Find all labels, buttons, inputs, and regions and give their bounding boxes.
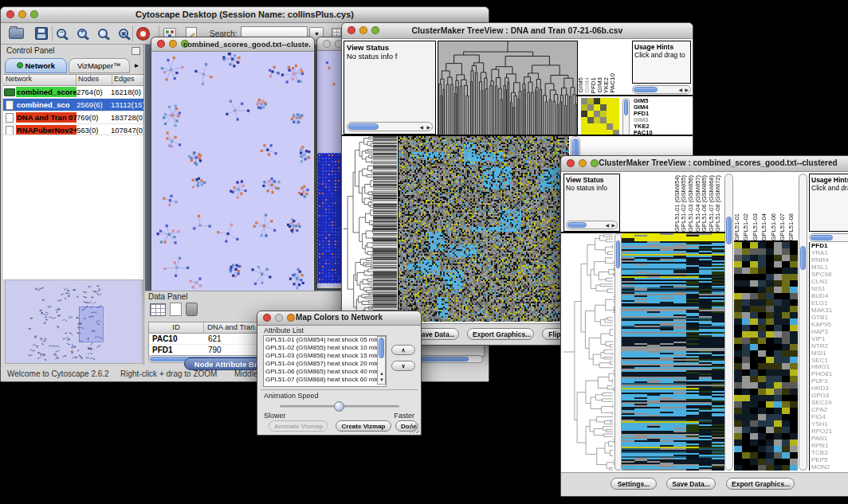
scroll-right-icon[interactable]: ▶ <box>685 87 689 93</box>
scrollbar-thumb[interactable] <box>348 123 379 130</box>
column-dendrogram-canvas[interactable] <box>438 41 578 136</box>
attribute-list[interactable]: GPL51-01 (GSM854) heat shock 05 minGPL51… <box>263 335 387 387</box>
network-overview-canvas[interactable] <box>5 279 143 364</box>
attribute-list-item[interactable]: GPL51-03 (GSM856) heat shock 15 min <box>264 352 386 360</box>
control-panel: Control Panel Network VizMapper™ ► Netwo… <box>3 45 144 365</box>
header-nodes[interactable]: Nodes <box>77 75 112 85</box>
network-row[interactable]: DNA and Tran 07769(0)183728(0) <box>3 111 143 124</box>
network-row[interactable]: combined_sco2569(6)13112(15) <box>3 99 143 111</box>
move-down-button[interactable]: ∨ <box>391 361 415 371</box>
vscrollbar[interactable] <box>622 98 630 136</box>
save-data-button[interactable]: Save Data... <box>666 478 716 490</box>
global-heatmap-canvas[interactable] <box>622 233 724 471</box>
zoom-selected-icon[interactable] <box>98 29 108 38</box>
scroll-up-icon[interactable]: ▲ <box>379 370 384 377</box>
attribute-list-item[interactable]: GPL51-01 (GSM854) heat shock 05 min <box>264 336 386 344</box>
attribute-list-item[interactable]: GPL51-06 (GSM865) heat shock 40 min <box>264 368 386 376</box>
help-icon[interactable] <box>137 28 149 40</box>
scroll-left-icon[interactable]: ◀ <box>419 124 423 131</box>
gene-name-list[interactable]: PFD1YRA1RNR4MSL1SPC98CLN1NIS1BUD4ELG1MAK… <box>809 242 848 471</box>
scrollbar-thumb[interactable] <box>616 240 620 268</box>
vscrollbar[interactable] <box>724 174 733 471</box>
zoom-in-icon[interactable]: + <box>77 29 87 38</box>
row-strip-canvas[interactable] <box>373 136 397 322</box>
attribute-list-item[interactable]: GPL51-02 (GSM855) heat shock 10 min <box>264 344 386 352</box>
network-row[interactable]: combined_scores2764(0)16218(0) <box>3 86 143 99</box>
vscrollbar[interactable]: ▲ ▼ <box>377 336 386 385</box>
scrollbar-thumb[interactable] <box>567 222 587 228</box>
column-label: GPL51-02 <box>743 213 752 240</box>
scroll-left-icon[interactable]: ◀ <box>678 87 682 93</box>
zoom-heatmap-canvas[interactable] <box>734 242 798 471</box>
animate-vizmap-button[interactable]: Animate Vizmap <box>269 420 328 432</box>
usage-hints-text: Click and drag to <box>633 51 690 59</box>
move-up-button[interactable]: ∧ <box>391 345 415 355</box>
slider-thumb[interactable] <box>334 401 344 412</box>
gene-label: YSH1 <box>810 420 848 428</box>
gene-label: YRA1 <box>810 249 848 256</box>
zoom-fit-icon[interactable]: ▣ <box>119 29 128 38</box>
hscrollbar[interactable]: ◀ ▶ <box>632 85 691 94</box>
trash-icon[interactable] <box>186 303 198 316</box>
vscrollbar[interactable] <box>614 233 622 471</box>
network-view-canvas[interactable] <box>151 52 312 294</box>
scrollbar-thumb[interactable] <box>379 338 384 358</box>
status-hint-zoom: Right-click + drag to ZOOM <box>120 369 217 378</box>
network-window-1-title-bar[interactable]: combined_scores_good.txt--cluste... <box>151 37 314 52</box>
gene-label: SEC1 <box>810 357 848 364</box>
scroll-right-icon[interactable]: ▶ <box>611 222 615 229</box>
scrollbar-thumb[interactable] <box>624 100 628 115</box>
close-icon[interactable] <box>157 40 165 48</box>
scrollbar-thumb[interactable] <box>811 235 833 240</box>
row-dendrogram-canvas[interactable] <box>563 233 614 471</box>
mini-heatmap-cell <box>587 123 594 130</box>
vscrollbar[interactable] <box>799 174 807 471</box>
table-icon[interactable] <box>150 303 166 316</box>
tab-overflow-icon[interactable]: ► <box>132 62 142 69</box>
gene-label: RPO21 <box>810 428 848 435</box>
export-graphics-button[interactable]: Export Graphics... <box>726 478 795 490</box>
scrollbar-thumb[interactable] <box>726 217 732 244</box>
new-document-icon[interactable] <box>170 303 182 316</box>
scrollbar-thumb[interactable] <box>634 87 658 92</box>
row-dendrogram-canvas[interactable] <box>344 136 373 322</box>
resize-grip[interactable] <box>410 424 419 433</box>
gene-label: SPC98 <box>810 271 848 278</box>
mini-heatmap-cell <box>600 104 607 111</box>
animation-speed-slider[interactable] <box>280 405 399 408</box>
network-row[interactable]: RNAPuberNov2+563(0)107847(0) <box>3 124 143 135</box>
global-heatmap-canvas[interactable] <box>398 136 569 322</box>
attribute-list-item[interactable]: GPL51-07 (GSM868) heat shock 60 min <box>264 376 386 384</box>
scroll-down-icon[interactable]: ▼ <box>379 377 384 383</box>
header-network[interactable]: Network <box>3 75 77 85</box>
main-title-bar[interactable]: Cytoscape Desktop (Session Name: collins… <box>1 7 489 23</box>
header-edges[interactable]: Edges <box>112 75 143 85</box>
attribute-list-item[interactable]: GPL51-04 (GSM857) heat shock 20 min <box>264 360 386 368</box>
scroll-right-icon[interactable]: ▶ <box>426 124 430 131</box>
column-label: PAC10 <box>610 73 616 93</box>
treeview1-title-bar[interactable]: ClusterMaker TreeView : DNA and Tran 07-… <box>342 23 693 39</box>
tab-network[interactable]: Network <box>5 58 67 73</box>
hscrollbar[interactable]: ◀ ▶ <box>566 221 618 229</box>
network-list-empty <box>3 135 143 279</box>
treeview2-title-bar[interactable]: ClusterMaker TreeView : combined_scores_… <box>561 156 848 172</box>
close-icon[interactable] <box>323 40 331 48</box>
mini-heatmap-row <box>581 123 619 130</box>
minimize-icon[interactable] <box>169 40 177 48</box>
export-graphics-button[interactable]: Export Graphics... <box>467 328 534 340</box>
save-icon[interactable] <box>35 27 48 40</box>
scrollbar-thumb[interactable] <box>800 246 806 270</box>
zoom-out-icon[interactable]: − <box>57 29 66 38</box>
header-id[interactable]: ID <box>149 322 204 333</box>
create-vizmap-button[interactable]: Create Vizmap <box>336 420 391 432</box>
hscrollbar[interactable] <box>809 233 848 242</box>
tab-vizmapper[interactable]: VizMapper™ <box>69 58 131 73</box>
mini-heatmap[interactable] <box>581 98 619 136</box>
scroll-left-icon[interactable]: ◀ <box>605 222 609 229</box>
settings-button[interactable]: Settings... <box>610 478 657 490</box>
float-panel-icon[interactable] <box>132 47 140 55</box>
hscrollbar[interactable]: ◀ ▶ <box>347 122 433 131</box>
gene-label: NIS1 <box>810 285 848 292</box>
open-icon[interactable] <box>9 28 24 39</box>
dialog-title-bar[interactable]: Map Colors to Network <box>257 311 421 326</box>
